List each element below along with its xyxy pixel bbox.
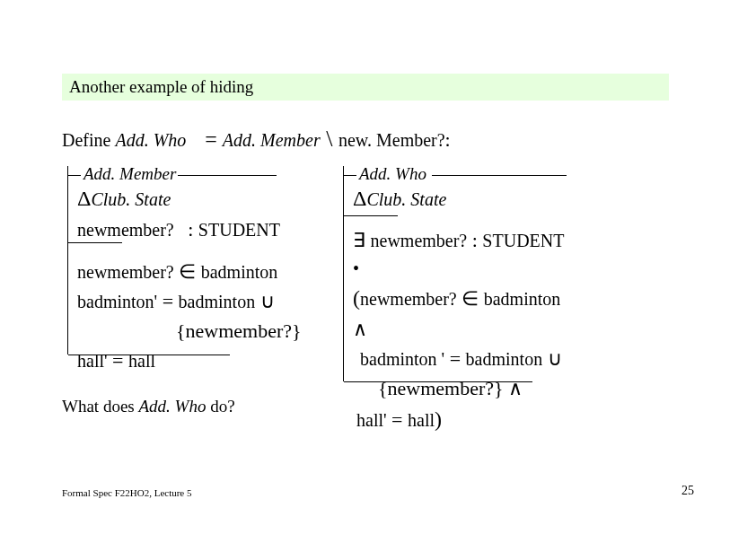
schema-divider: [344, 215, 398, 216]
pred-badminton-prime: badminton ' = badminton ∪: [353, 344, 567, 373]
decl-colon: :: [183, 218, 198, 241]
pred-set: badminton: [484, 289, 561, 309]
element-of: ∈: [174, 260, 201, 283]
equals: =: [387, 408, 408, 431]
schema-line: [344, 175, 356, 176]
delta-decl: ΔClub. State: [77, 182, 301, 214]
define-colon: :: [445, 128, 451, 151]
pred-hall: hall' = hall): [353, 403, 567, 435]
pred-set-literal: {newmember?}: [378, 377, 504, 399]
equals: =: [108, 349, 128, 372]
exists-colon: :: [467, 229, 482, 251]
exists-line: ∃ newmember? : STUDENT •: [353, 225, 567, 282]
hidden-component: new. Member?: [338, 130, 445, 150]
slide: { "title": "Another example of hiding", …: [0, 0, 756, 534]
equals-sign: =: [199, 127, 223, 151]
union: ∪: [542, 347, 562, 370]
pred-set: badminton: [201, 262, 278, 282]
define-lhs: Add. Who: [115, 130, 186, 150]
decl-var: newmember?: [77, 220, 174, 240]
spot-symbol: •: [353, 258, 359, 278]
delta-target: Club. State: [91, 189, 171, 209]
union: ∪: [255, 290, 275, 312]
schema-divider: [68, 242, 122, 243]
slide-title: Another example of hiding: [69, 77, 253, 97]
pred-var: newmember?: [77, 262, 174, 282]
left-paren: (: [353, 286, 360, 310]
hide-operator: \: [321, 126, 338, 152]
element-of: ∈: [457, 287, 484, 310]
pred-lhs: badminton': [77, 292, 157, 311]
delta-symbol: Δ: [353, 187, 366, 210]
delta-symbol: Δ: [77, 187, 91, 210]
exists-var: newmember?: [371, 231, 468, 250]
decl-type: STUDENT: [198, 220, 280, 240]
exists-type: STUDENT: [482, 231, 564, 250]
pred-hall-lhs: hall: [356, 410, 383, 430]
exists-symbol: ∃: [353, 229, 371, 251]
question-suffix: do?: [206, 397, 234, 416]
define-line: Define Add. Who = Add. Member \ new. Mem…: [62, 126, 451, 153]
define-rhs: Add. Member: [223, 130, 321, 150]
define-prefix: Define: [62, 130, 115, 150]
question-subject: Add. Who: [138, 397, 206, 416]
closing-question: What does Add. Who do?: [62, 397, 235, 416]
and-symbol: ∧: [353, 318, 367, 340]
schema-add-who: Add. Who ΔClub. State ∃ newmember? : STU…: [343, 166, 567, 381]
schema-bottom-line: [344, 381, 532, 382]
schema-line: [178, 175, 277, 176]
question-prefix: What does: [62, 397, 138, 416]
pred-set-literal-line: {newmember?} ∧: [353, 373, 567, 403]
pred-set-literal: {newmember?}: [77, 316, 301, 346]
delta-decl: ΔClub. State: [353, 182, 567, 214]
schema-line: [68, 175, 81, 176]
pred-hall: hall' = hall: [77, 346, 301, 375]
pred-var: newmember?: [360, 289, 457, 309]
schema-name-add-member: Add. Member: [82, 164, 178, 184]
schema-bottom-line: [68, 355, 230, 355]
delta-target: Club. State: [366, 189, 446, 209]
slide-title-bar: Another example of hiding: [62, 74, 669, 101]
schema-line: [432, 175, 567, 176]
page-number: 25: [681, 484, 694, 498]
pred-badminton-prime: badminton' = badminton ∪: [77, 286, 301, 316]
schema-name-add-who: Add. Who: [357, 164, 428, 184]
pred-rhs: badminton: [179, 292, 256, 311]
pred-hall-rhs: hall: [408, 410, 435, 430]
footer-left: Formal Spec F22HO2, Lecture 5: [62, 487, 192, 498]
pred-lhs: badminton: [360, 349, 437, 369]
pred-rhs: badminton: [466, 349, 543, 369]
prime: ': [437, 349, 445, 369]
equals: =: [444, 347, 465, 370]
pred-open: (newmember? ∈ badminton ∧: [353, 282, 567, 344]
and-symbol: ∧: [504, 377, 523, 399]
newmember-decl: newmember? : STUDENT: [77, 214, 301, 244]
equals: =: [157, 290, 178, 312]
pred-membership: newmember? ∈ badminton: [77, 257, 301, 286]
right-paren: ): [435, 407, 442, 431]
schema-add-member: Add. Member ΔClub. State newmember? : ST…: [67, 166, 301, 355]
